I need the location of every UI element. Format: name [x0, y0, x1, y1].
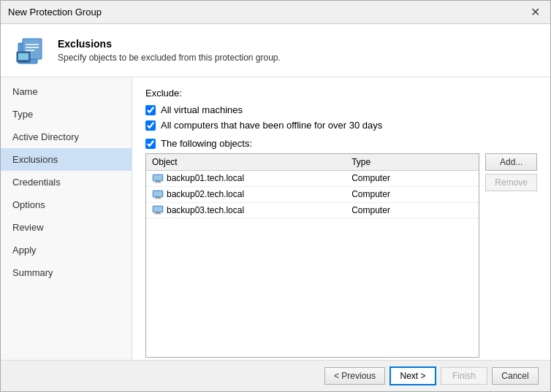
table-row[interactable]: backup02.tech.localComputer: [146, 186, 479, 202]
svg-rect-18: [153, 207, 162, 212]
offline-row: All computers that have been offline for…: [145, 120, 537, 131]
header-text: Exclusions Specify objects to be exclude…: [58, 38, 281, 63]
svg-rect-10: [153, 175, 162, 180]
previous-button[interactable]: < Previous: [324, 367, 385, 385]
main-content: Exclude: All virtual machines All comput…: [132, 77, 550, 360]
sidebar: Name Type Active Directory Exclusions Cr…: [1, 77, 132, 360]
svg-rect-7: [21, 60, 26, 61]
cancel-button[interactable]: Cancel: [492, 367, 539, 385]
svg-rect-15: [156, 197, 160, 199]
footer: < Previous Next > Finish Cancel: [1, 360, 550, 391]
sidebar-item-review[interactable]: Review: [1, 216, 132, 239]
svg-rect-6: [18, 53, 28, 60]
following-objects-row: The following objects:: [145, 138, 537, 149]
sidebar-item-name[interactable]: Name: [1, 80, 132, 103]
title-bar: New Protection Group ✕: [1, 1, 550, 24]
object-cell: backup03.tech.local: [146, 202, 346, 218]
computer-icon: [152, 205, 164, 215]
svg-rect-12: [154, 182, 162, 182]
sidebar-item-active-directory[interactable]: Active Directory: [1, 126, 132, 148]
column-object: Object: [146, 154, 346, 171]
sidebar-item-type[interactable]: Type: [1, 103, 132, 126]
exclude-label: Exclude:: [145, 88, 537, 99]
offline-label: All computers that have been offline for…: [161, 120, 382, 131]
sidebar-item-exclusions[interactable]: Exclusions: [1, 148, 132, 171]
finish-button[interactable]: Finish: [441, 367, 487, 385]
computer-icon: [152, 174, 164, 184]
svg-rect-20: [154, 214, 162, 215]
sidebar-item-options[interactable]: Options: [1, 193, 132, 216]
svg-rect-16: [154, 198, 162, 199]
dialog-title: New Protection Group: [8, 7, 102, 18]
table-row[interactable]: backup03.tech.localComputer: [146, 202, 479, 218]
following-objects-checkbox[interactable]: [145, 139, 156, 149]
computer-icon: [152, 190, 164, 200]
header-icon: [12, 33, 48, 68]
type-cell: Computer: [346, 171, 479, 187]
header-title: Exclusions: [58, 38, 281, 50]
column-type: Type: [346, 154, 479, 171]
following-objects-label: The following objects:: [161, 138, 252, 149]
type-cell: Computer: [346, 202, 479, 218]
objects-table: Object Type backup01.tech.localComputer: [146, 154, 479, 218]
table-header-row: Object Type: [146, 154, 479, 171]
all-vms-row: All virtual machines: [145, 104, 537, 115]
sidebar-item-apply[interactable]: Apply: [1, 239, 132, 261]
dialog: New Protection Group ✕ Excl: [0, 0, 551, 392]
svg-rect-8: [20, 61, 27, 62]
add-button[interactable]: Add...: [485, 153, 537, 171]
next-button[interactable]: Next >: [390, 366, 436, 385]
svg-rect-19: [156, 212, 160, 214]
header: Exclusions Specify objects to be exclude…: [1, 24, 550, 77]
object-cell: backup01.tech.local: [146, 171, 346, 187]
object-cell: backup02.tech.local: [146, 186, 346, 202]
all-vms-label: All virtual machines: [161, 104, 243, 115]
table-row[interactable]: backup01.tech.localComputer: [146, 171, 479, 187]
body: Name Type Active Directory Exclusions Cr…: [1, 77, 550, 360]
svg-rect-14: [153, 191, 162, 196]
remove-button[interactable]: Remove: [485, 174, 537, 191]
objects-section: The following objects: Object Type: [145, 138, 537, 358]
type-cell: Computer: [346, 186, 479, 202]
header-description: Specify objects to be excluded from this…: [58, 53, 281, 63]
svg-rect-11: [156, 181, 160, 182]
objects-area: Object Type backup01.tech.localComputer: [145, 153, 537, 358]
protection-group-icon: [12, 33, 48, 68]
close-button[interactable]: ✕: [528, 5, 543, 19]
all-vms-checkbox[interactable]: [145, 105, 156, 115]
objects-table-container: Object Type backup01.tech.localComputer: [145, 153, 479, 358]
sidebar-item-credentials[interactable]: Credentials: [1, 171, 132, 193]
offline-checkbox[interactable]: [145, 120, 156, 131]
sidebar-item-summary[interactable]: Summary: [1, 261, 132, 284]
objects-buttons: Add... Remove: [485, 153, 537, 358]
